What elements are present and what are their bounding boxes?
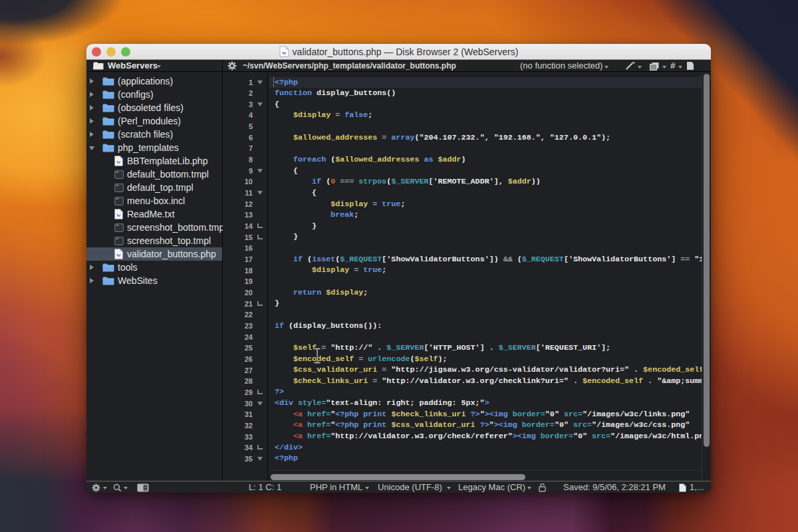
svg-text:w: w — [116, 158, 121, 165]
svg-text:w: w — [282, 49, 287, 56]
svg-text:w: w — [116, 211, 121, 218]
svg-text:w: w — [116, 251, 121, 258]
